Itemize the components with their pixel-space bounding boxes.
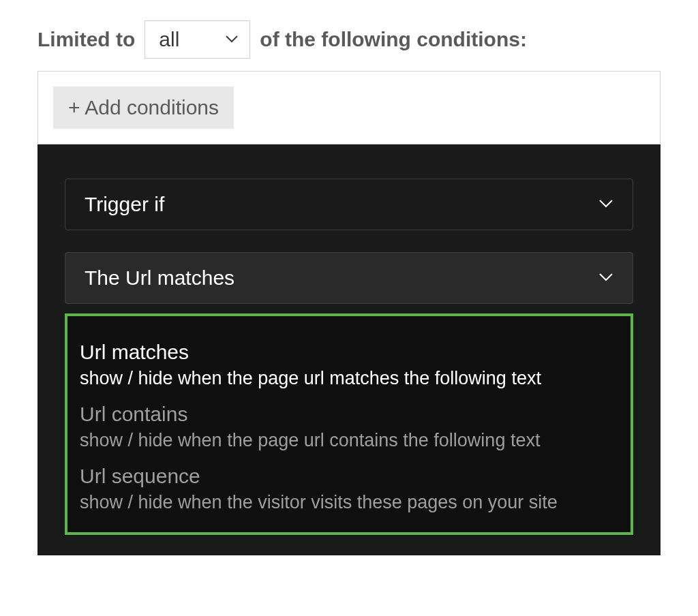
option-url-sequence[interactable]: Url sequence show / hide when the visito…	[80, 465, 618, 513]
option-description: show / hide when the visitor visits thes…	[80, 492, 618, 513]
conditions-builder-panel: Trigger if The Url matches Url matches s…	[37, 144, 661, 555]
url-matches-dropdown[interactable]: The Url matches	[65, 252, 633, 304]
match-type-select[interactable]: all	[145, 20, 250, 59]
trigger-if-label: Trigger if	[85, 193, 164, 216]
url-options-list: Url matches show / hide when the page ur…	[65, 313, 633, 535]
option-title: Url contains	[80, 403, 618, 426]
chevron-down-icon	[225, 33, 239, 46]
option-url-contains[interactable]: Url contains show / hide when the page u…	[80, 403, 618, 451]
chevron-down-icon	[598, 272, 613, 284]
chevron-down-icon	[598, 198, 613, 211]
trigger-if-dropdown[interactable]: Trigger if	[65, 179, 633, 230]
option-title: Url sequence	[80, 465, 618, 488]
conditions-panel: + Add conditions	[37, 71, 661, 144]
option-url-matches[interactable]: Url matches show / hide when the page ur…	[80, 341, 618, 389]
option-description: show / hide when the page url contains t…	[80, 430, 618, 451]
limited-to-header: Limited to all of the following conditio…	[37, 20, 661, 59]
limited-to-prefix: Limited to	[37, 28, 135, 51]
add-conditions-button[interactable]: + Add conditions	[53, 87, 234, 129]
limited-to-suffix: of the following conditions:	[260, 28, 527, 51]
option-title: Url matches	[80, 341, 618, 364]
url-matches-label: The Url matches	[85, 266, 234, 290]
option-description: show / hide when the page url matches th…	[80, 368, 618, 389]
match-type-value: all	[159, 28, 179, 51]
